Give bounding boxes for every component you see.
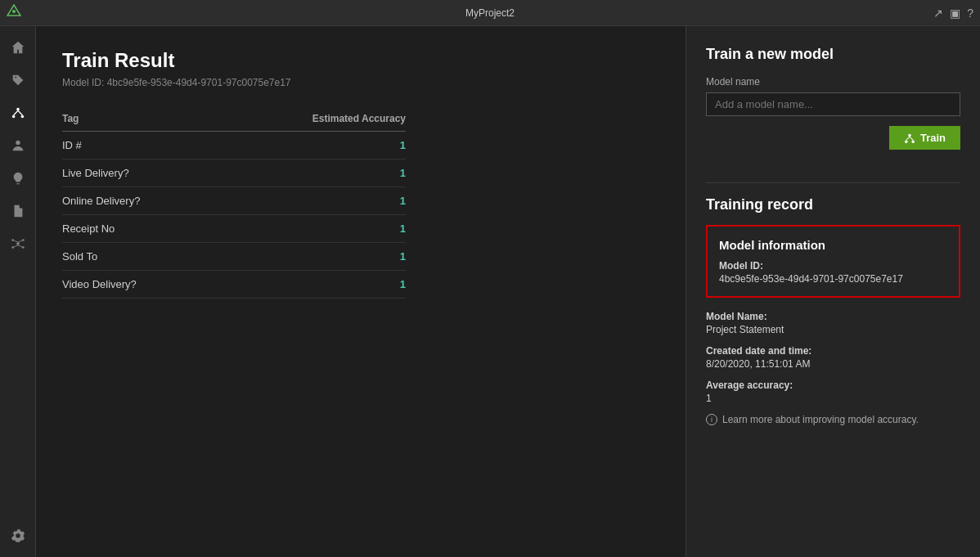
table-row: Receipt No1 [62, 215, 406, 243]
learn-more-row[interactable]: i Learn more about improving model accur… [706, 414, 960, 425]
model-name-record-label: Model Name: [706, 311, 960, 322]
svg-line-6 [18, 110, 22, 115]
model-name-record-value: Project Statement [706, 324, 960, 335]
model-name-label: Model name [706, 76, 960, 88]
svg-line-5 [13, 110, 17, 115]
tag-cell: Video Delivery? [62, 271, 218, 299]
share-icon[interactable]: ↗ [933, 7, 943, 20]
svg-point-4 [20, 115, 24, 119]
title-bar-actions: ↗ ▣ ? [933, 7, 973, 20]
svg-point-19 [911, 140, 915, 143]
title-bar-title: MyProject2 [465, 7, 515, 19]
accuracy-cell: 1 [218, 243, 406, 271]
table-row: Live Delivery?1 [62, 159, 406, 187]
accuracy-cell: 1 [218, 215, 406, 243]
tag-cell: ID # [62, 132, 218, 159]
table-row: ID #1 [62, 132, 406, 159]
app-body: Train Result Model ID: 4bc9e5fe-953e-49d… [0, 26, 980, 557]
model-info-box: Model information Model ID: 4bc9e5fe-953… [706, 225, 960, 298]
right-panel: Train a new model Model name Train [686, 26, 980, 557]
table-row: Sold To1 [62, 243, 406, 271]
sidebar [0, 26, 36, 557]
table-row: Online Delivery?1 [62, 187, 406, 215]
created-row: Created date and time: 8/20/2020, 11:51:… [706, 345, 960, 370]
accuracy-cell: 1 [218, 159, 406, 187]
avg-accuracy-row: Average accuracy: 1 [706, 380, 960, 404]
train-button-label: Train [920, 132, 946, 144]
svg-point-3 [11, 115, 15, 119]
training-record-title: Training record [706, 196, 960, 213]
sidebar-item-person[interactable] [3, 131, 33, 160]
model-id-label: Model ID: [719, 260, 947, 272]
tag-cell: Receipt No [62, 215, 218, 243]
app-logo [7, 4, 21, 21]
train-button[interactable]: Train [889, 126, 960, 150]
windows-icon[interactable]: ▣ [950, 7, 960, 20]
created-value: 8/20/2020, 11:51:01 AM [706, 358, 960, 370]
table-row: Video Delivery?1 [62, 271, 406, 299]
learn-more-text[interactable]: Learn more about improving model accurac… [722, 414, 919, 425]
main-panel: Train Result Model ID: 4bc9e5fe-953e-49d… [36, 26, 686, 557]
accuracy-cell: 1 [218, 271, 406, 299]
sidebar-item-settings[interactable] [3, 521, 33, 550]
page-title: Train Result [62, 49, 659, 72]
tag-cell: Live Delivery? [62, 159, 218, 187]
svg-point-2 [16, 108, 20, 111]
svg-line-14 [18, 240, 23, 243]
svg-point-8 [16, 242, 20, 245]
train-icon [904, 133, 915, 144]
svg-line-20 [906, 137, 910, 140]
svg-line-15 [12, 245, 17, 248]
model-id-value: 4bc9e5fe-953e-49d4-9701-97c0075e7e17 [719, 273, 947, 285]
tag-cell: Online Delivery? [62, 187, 218, 215]
accuracy-cell: 1 [218, 132, 406, 159]
sidebar-item-tag[interactable] [3, 65, 33, 95]
accuracy-cell: 1 [218, 187, 406, 215]
svg-point-1 [12, 10, 16, 13]
svg-line-21 [910, 137, 913, 140]
tag-table: Tag Estimated Accuracy ID #1Live Deliver… [62, 108, 406, 299]
sidebar-item-connections[interactable] [3, 229, 33, 258]
info-circle-icon: i [706, 414, 717, 425]
model-id-line: Model ID: 4bc9e5fe-953e-49d4-9701-97c007… [62, 77, 659, 88]
model-name-input[interactable] [706, 92, 960, 116]
created-label: Created date and time: [706, 345, 960, 357]
divider [706, 182, 960, 183]
sidebar-item-home[interactable] [3, 33, 33, 62]
sidebar-item-document[interactable] [3, 196, 33, 226]
svg-line-16 [18, 245, 23, 248]
model-info-box-title: Model information [719, 238, 947, 252]
model-name-row: Model Name: Project Statement [706, 311, 960, 335]
svg-point-17 [908, 133, 911, 137]
sidebar-item-model[interactable] [3, 98, 33, 128]
train-new-model-title: Train a new model [706, 46, 960, 63]
avg-accuracy-label: Average accuracy: [706, 380, 960, 391]
sidebar-item-insights[interactable] [3, 164, 33, 193]
svg-line-13 [12, 240, 17, 243]
help-icon[interactable]: ? [967, 7, 973, 20]
tag-cell: Sold To [62, 243, 218, 271]
svg-point-18 [905, 140, 908, 143]
avg-accuracy-value: 1 [706, 393, 960, 404]
title-bar: MyProject2 ↗ ▣ ? [0, 0, 980, 26]
content-area: Train Result Model ID: 4bc9e5fe-953e-49d… [36, 26, 980, 557]
col-tag: Tag [62, 108, 218, 132]
col-accuracy: Estimated Accuracy [218, 108, 406, 132]
svg-point-7 [16, 141, 20, 145]
